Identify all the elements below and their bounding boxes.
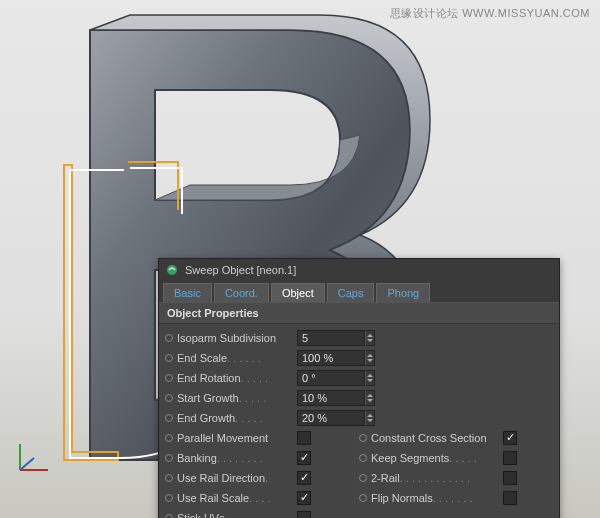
svg-line-2 — [20, 458, 34, 470]
label-stick-uvs: Stick UVs — [177, 512, 225, 519]
label-keep-segments: Keep Segments — [371, 452, 449, 464]
input-end-growth[interactable]: 20 % — [297, 410, 365, 426]
anim-dot-icon[interactable] — [359, 494, 367, 502]
section-header: Object Properties — [159, 302, 559, 324]
label-start-growth: Start Growth — [177, 392, 239, 404]
spinner-isoparm[interactable] — [365, 330, 375, 346]
label-2rail: 2-Rail — [371, 472, 400, 484]
input-end-scale[interactable]: 100 % — [297, 350, 365, 366]
row-end-scale: End Scale . . . . . . 100 % — [165, 348, 553, 367]
label-flip-normals: Flip Normals — [371, 492, 433, 504]
checkbox-use-rail-dir[interactable] — [297, 471, 311, 485]
panel-title-text: Sweep Object [neon.1] — [185, 264, 296, 276]
tab-caps[interactable]: Caps — [327, 283, 375, 302]
spinner-end-growth[interactable] — [365, 410, 375, 426]
tab-basic[interactable]: Basic — [163, 283, 212, 302]
anim-dot-icon[interactable] — [165, 474, 173, 482]
checkbox-constant-cross[interactable] — [503, 431, 517, 445]
spinner-start-growth[interactable] — [365, 390, 375, 406]
input-start-growth[interactable]: 10 % — [297, 390, 365, 406]
checkbox-flip-normals[interactable] — [503, 491, 517, 505]
anim-dot-icon[interactable] — [165, 494, 173, 502]
tab-bar: Basic Coord. Object Caps Phong — [159, 281, 559, 302]
anim-dot-icon[interactable] — [165, 514, 173, 519]
label-use-rail-dir: Use Rail Direction — [177, 472, 265, 484]
tab-coord[interactable]: Coord. — [214, 283, 269, 302]
attributes-panel: Sweep Object [neon.1] Basic Coord. Objec… — [158, 258, 560, 518]
checkbox-parallel-movement[interactable] — [297, 431, 311, 445]
anim-dot-icon[interactable] — [359, 454, 367, 462]
spinner-end-rotation[interactable] — [365, 370, 375, 386]
sweep-object-icon — [165, 263, 179, 277]
row-banking-keep: Banking . . . . . . . . Keep Segments. .… — [165, 448, 553, 467]
3d-viewport[interactable]: 思缘设计论坛 WWW.MISSYUAN.COM — [0, 0, 600, 518]
axis-gizmo[interactable] — [12, 438, 52, 478]
input-end-rotation[interactable]: 0 ° — [297, 370, 365, 386]
row-stick-uvs: Stick UVs . . . . . . . — [165, 508, 553, 518]
checkbox-use-rail-scale[interactable] — [297, 491, 311, 505]
label-isoparm: Isoparm Subdivision — [177, 332, 276, 344]
row-start-growth: Start Growth. . . . . 10 % — [165, 388, 553, 407]
panel-title-bar[interactable]: Sweep Object [neon.1] — [159, 259, 559, 281]
anim-dot-icon[interactable] — [359, 474, 367, 482]
checkbox-stick-uvs[interactable] — [297, 511, 311, 519]
label-constant-cross: Constant Cross Section — [371, 432, 487, 444]
spinner-end-scale[interactable] — [365, 350, 375, 366]
row-end-rotation: End Rotation . . . . . 0 ° — [165, 368, 553, 387]
svg-point-3 — [167, 265, 177, 275]
row-raildir-2rail: Use Rail Direction . 2-Rail. . . . . . .… — [165, 468, 553, 487]
label-use-rail-scale: Use Rail Scale — [177, 492, 249, 504]
input-isoparm[interactable]: 5 — [297, 330, 365, 346]
label-end-growth: End Growth — [177, 412, 235, 424]
anim-dot-icon[interactable] — [165, 414, 173, 422]
anim-dot-icon[interactable] — [165, 334, 173, 342]
property-list: Isoparm Subdivision 5 End Scale . . . . … — [159, 324, 559, 518]
anim-dot-icon[interactable] — [165, 394, 173, 402]
row-end-growth: End Growth . . . . . 20 % — [165, 408, 553, 427]
checkbox-banking[interactable] — [297, 451, 311, 465]
row-isoparm: Isoparm Subdivision 5 — [165, 328, 553, 347]
tab-object[interactable]: Object — [271, 283, 325, 302]
row-parallel-constant: Parallel Movement Constant Cross Section — [165, 428, 553, 447]
checkbox-2rail[interactable] — [503, 471, 517, 485]
tab-phong[interactable]: Phong — [376, 283, 430, 302]
anim-dot-icon[interactable] — [165, 354, 173, 362]
anim-dot-icon[interactable] — [165, 434, 173, 442]
row-railscale-flip: Use Rail Scale . . . . Flip Normals . . … — [165, 488, 553, 507]
label-end-rotation: End Rotation — [177, 372, 241, 384]
anim-dot-icon[interactable] — [359, 434, 367, 442]
anim-dot-icon[interactable] — [165, 374, 173, 382]
label-end-scale: End Scale — [177, 352, 227, 364]
anim-dot-icon[interactable] — [165, 454, 173, 462]
checkbox-keep-segments[interactable] — [503, 451, 517, 465]
label-parallel-movement: Parallel Movement — [177, 432, 268, 444]
label-banking: Banking — [177, 452, 217, 464]
